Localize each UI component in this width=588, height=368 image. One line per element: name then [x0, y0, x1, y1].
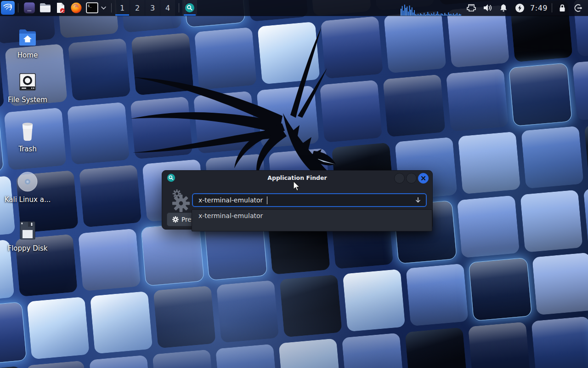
- dropdown-arrow-icon[interactable]: [415, 197, 421, 203]
- cube: [469, 258, 532, 321]
- application-finder-window: Application Finder: [162, 170, 433, 230]
- text-editor-launcher-button[interactable]: [54, 0, 68, 15]
- desktop-icon-label: Kali Linux a...: [5, 196, 51, 204]
- cube: [0, 366, 26, 368]
- cube: [342, 333, 405, 368]
- notifications-tray-button[interactable]: [498, 0, 509, 16]
- workspace-3-label: 3: [150, 4, 155, 12]
- text-caret: [267, 196, 267, 204]
- gear-icon: [172, 216, 179, 223]
- workspace-4-label: 4: [165, 4, 170, 12]
- application-finder-icon: [185, 3, 195, 13]
- svg-text:$_: $_: [88, 4, 92, 8]
- cube: [152, 350, 215, 368]
- taskbar-application-finder[interactable]: [182, 0, 197, 16]
- close-button[interactable]: [418, 173, 429, 184]
- completion-item[interactable]: x-terminal-emulator: [192, 210, 432, 222]
- maximize-button[interactable]: [406, 173, 417, 184]
- lock-screen-button[interactable]: [556, 0, 568, 16]
- applications-menu-button[interactable]: [1, 1, 15, 15]
- floppy-disk-icon: [17, 219, 38, 242]
- application-finder-icon: [167, 173, 175, 182]
- cube: [131, 33, 194, 96]
- panel-right: 7:49: [401, 0, 588, 16]
- cpu-load-graph[interactable]: [401, 0, 461, 16]
- desktop-icon-label: Home: [17, 51, 38, 59]
- cube: [256, 86, 319, 149]
- workspace-3[interactable]: 3: [145, 0, 160, 16]
- workspace-1-label: 1: [120, 4, 124, 12]
- window-buttons: [394, 173, 429, 184]
- bell-icon: [499, 3, 508, 12]
- logout-button[interactable]: [572, 0, 584, 16]
- window-title: Application Finder: [162, 174, 432, 181]
- cube: [194, 27, 257, 90]
- desktop-icon-home[interactable]: Home: [4, 26, 51, 59]
- xterm-launcher-button[interactable]: $_: [85, 0, 99, 15]
- terminal-launcher-button[interactable]: [23, 0, 36, 15]
- cube: [90, 291, 153, 354]
- kali-logo-icon: [2, 2, 14, 14]
- cube: [457, 195, 520, 258]
- home-folder-icon: [17, 26, 39, 49]
- cube: [153, 286, 216, 349]
- file-manager-launcher-button[interactable]: [38, 0, 52, 15]
- cube: [68, 38, 131, 101]
- cube: [279, 275, 342, 338]
- kali-desktop: { "panel": { "menu_tooltip": "Kali menu"…: [0, 0, 588, 368]
- speaker-icon: [482, 3, 492, 12]
- firefox-icon: [70, 2, 82, 14]
- cube: [383, 75, 446, 138]
- workspace-2[interactable]: 2: [130, 0, 145, 16]
- cube: [27, 297, 90, 360]
- cube: [584, 121, 588, 184]
- xterm-icon: $_: [86, 2, 98, 13]
- cube: [215, 344, 278, 368]
- cube: [343, 269, 406, 332]
- active-task-underline: [184, 14, 196, 16]
- firefox-launcher-button[interactable]: [69, 0, 83, 15]
- desktop-icon-kali-linux-cd[interactable]: Kali Linux a...: [4, 170, 51, 204]
- titlebar[interactable]: Application Finder: [162, 171, 432, 184]
- workspace-1[interactable]: 1: [115, 0, 130, 16]
- desktop-icon-file-system[interactable]: File System: [4, 70, 51, 104]
- workspace-4[interactable]: 4: [160, 0, 175, 16]
- cube: [193, 91, 256, 154]
- network-tray-button[interactable]: [465, 0, 477, 16]
- cube: [278, 338, 341, 368]
- search-input-value: x-terminal-emulator: [198, 196, 263, 204]
- cube: [320, 80, 383, 143]
- terminal-icon: [23, 2, 35, 14]
- gears-icon: [168, 186, 192, 211]
- volume-tray-button[interactable]: [481, 0, 493, 16]
- cube: [384, 11, 447, 74]
- text-editor-icon: [55, 2, 66, 14]
- cube: [78, 229, 141, 292]
- minimize-button[interactable]: [394, 173, 405, 184]
- folder-icon: [39, 2, 51, 13]
- search-input[interactable]: x-terminal-emulator: [192, 193, 427, 207]
- desktop-icon-floppy-disk[interactable]: Floppy Disk: [4, 219, 51, 253]
- desktop-icon-trash[interactable]: Trash: [4, 120, 51, 153]
- power-manager-tray-button[interactable]: [514, 0, 526, 16]
- hard-drive-icon: [17, 70, 38, 93]
- clock[interactable]: 7:49: [530, 4, 548, 12]
- cube: [468, 322, 531, 368]
- completion-popup: x-terminal-emulator: [192, 209, 432, 231]
- trash-icon: [17, 120, 38, 143]
- optical-disc-icon: [17, 170, 39, 193]
- cube: [532, 253, 588, 316]
- chevron-down-icon: [101, 6, 106, 10]
- cube: [216, 280, 279, 343]
- panel-separator: [552, 3, 552, 12]
- cube: [531, 316, 588, 368]
- cube: [130, 97, 193, 160]
- launcher-dropdown-button[interactable]: [100, 0, 107, 15]
- desktop-icon-label: Floppy Disk: [8, 244, 48, 253]
- cube: [572, 58, 588, 121]
- cube: [321, 16, 384, 79]
- cube: [26, 361, 89, 368]
- desktop-icon-label: File System: [8, 96, 47, 104]
- cube: [405, 327, 468, 368]
- cube: [446, 69, 509, 132]
